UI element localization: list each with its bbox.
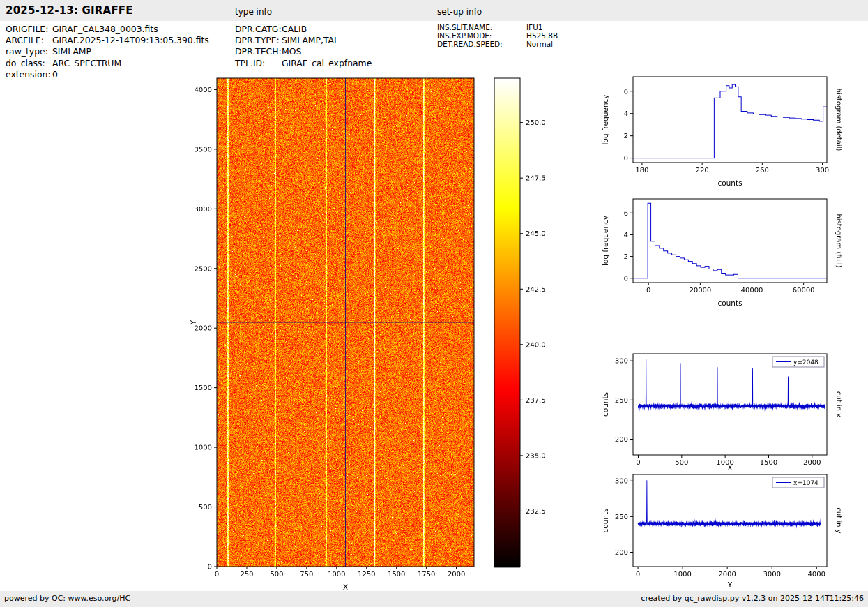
type-info-block: DPR.CATG:CALIB DPR.TYPE:SIMLAMP,TAL DPR.… — [235, 24, 372, 69]
type-info-heading: type info — [235, 7, 272, 17]
cut-in-x-plot — [594, 342, 868, 479]
field-label: ARCFILE: — [6, 35, 52, 46]
page-title: 2025-12-13: GIRAFFE — [6, 4, 133, 17]
field-label: DPR.TECH: — [235, 46, 282, 57]
field-value: H525.8B — [526, 31, 558, 40]
field-value: GIRAF_CAL348_0003.fits — [52, 24, 158, 35]
setup-info-row: INS.SLIT.NAME:IFU1 — [437, 23, 558, 31]
file-info-row: ARCFILE:GIRAF.2025-12-14T09:13:05.390.fi… — [6, 35, 209, 46]
field-label: DPR.TYPE: — [235, 35, 282, 46]
file-info-row: raw_type:SIMLAMP — [6, 46, 209, 57]
file-info-row: ORIGFILE:GIRAF_CAL348_0003.fits — [6, 24, 209, 35]
setup-info-row: INS.EXP.MODE:H525.8B — [437, 31, 558, 40]
setup-info-block: INS.SLIT.NAME:IFU1 INS.EXP.MODE:H525.8B … — [437, 23, 558, 49]
type-info-row: DPR.TECH:MOS — [235, 46, 372, 57]
field-value: SIMLAMP,TAL — [282, 35, 339, 46]
type-info-row: TPL.ID:GIRAF_cal_expfname — [235, 58, 372, 69]
field-value: GIRAF.2025-12-14T09:13:05.390.fits — [52, 35, 209, 46]
header-bar: 2025-12-13: GIRAFFE type info set-up inf… — [0, 0, 868, 21]
field-value: Normal — [526, 40, 553, 48]
histogram-detail-plot — [594, 65, 868, 199]
field-label: do_class: — [6, 58, 52, 69]
field-value: CALIB — [282, 24, 307, 35]
field-label: INS.SLIT.NAME: — [437, 23, 526, 31]
field-label: raw_type: — [6, 46, 52, 57]
field-value: IFU1 — [526, 23, 543, 31]
field-value: SIMLAMP — [52, 46, 91, 57]
type-info-row: DPR.TYPE:SIMLAMP,TAL — [235, 35, 372, 46]
field-label: extension: — [6, 69, 52, 80]
histogram-full-plot — [594, 187, 868, 318]
field-label: INS.EXP.MODE: — [437, 31, 526, 40]
main-image-plot — [178, 70, 492, 601]
field-value: MOS — [282, 46, 301, 57]
footer-right-text: created by qc_rawdisp.py v1.2.3 on 2025-… — [641, 594, 864, 603]
field-label: TPL.ID: — [235, 58, 282, 69]
setup-info-heading: set-up info — [437, 7, 482, 17]
type-info-row: DPR.CATG:CALIB — [235, 24, 372, 35]
file-info-row: do_class:ARC_SPECTRUM — [6, 58, 209, 69]
footer-bar: powered by QC: www.eso.org/HC created by… — [0, 591, 868, 607]
field-value: ARC_SPECTRUM — [52, 58, 121, 69]
footer-left-text: powered by QC: www.eso.org/HC — [4, 594, 130, 603]
colorbar — [492, 70, 572, 586]
setup-info-row: DET.READ.SPEED:Normal — [437, 40, 558, 48]
field-value: 0 — [52, 69, 58, 80]
field-label: DPR.CATG: — [235, 24, 282, 35]
field-label: ORIGFILE: — [6, 24, 52, 35]
field-label: DET.READ.SPEED: — [437, 40, 526, 48]
cut-in-y-plot — [594, 463, 868, 597]
field-value: GIRAF_cal_expfname — [282, 58, 372, 69]
